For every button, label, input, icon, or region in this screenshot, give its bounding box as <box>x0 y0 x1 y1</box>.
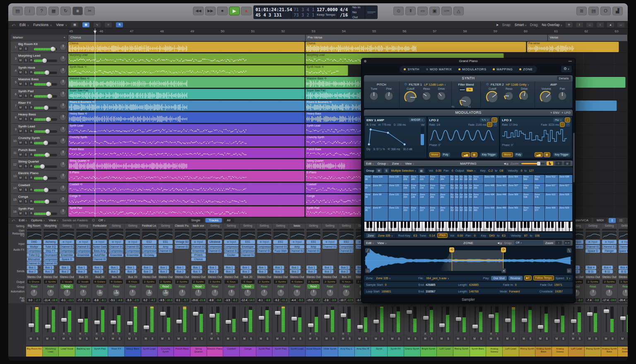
mute-button[interactable]: M <box>45 337 50 341</box>
send-knob[interactable] <box>334 266 337 269</box>
solo-button[interactable]: S <box>446 337 451 341</box>
group-slot[interactable]: 2: Synths <box>44 280 58 284</box>
pan-knob[interactable] <box>224 289 238 298</box>
lfo-ramp-icon[interactable]: ▃▅ <box>462 152 470 157</box>
mute-button[interactable]: M <box>94 337 99 341</box>
zone-cell[interactable]: Zone 155 <box>402 184 410 192</box>
mixer-view-tab-all[interactable]: All <box>224 218 234 223</box>
audio-fx-slot[interactable]: Channel EQ <box>175 245 189 249</box>
audio-fx-slot[interactable]: Compressor <box>76 249 91 253</box>
track-header-cowbell[interactable]: 14CowbellMSR <box>11 182 67 194</box>
mixer-menu-options[interactable]: Options <box>31 218 45 222</box>
solo-button[interactable]: S <box>314 337 320 341</box>
solo-button[interactable]: S <box>24 129 28 133</box>
track-volume-slider[interactable] <box>34 177 57 180</box>
add-env-button[interactable]: + ENV <box>550 111 559 114</box>
solo-button[interactable]: S <box>281 337 287 341</box>
fader-cap[interactable] <box>407 310 412 314</box>
fader-cap[interactable] <box>587 312 593 316</box>
fader-cap[interactable] <box>226 320 231 324</box>
fader-rail[interactable] <box>475 307 476 332</box>
send-knob[interactable] <box>235 266 238 269</box>
solo-button[interactable]: S <box>593 337 599 341</box>
input-slot[interactable]: ⊕ Input <box>619 240 628 244</box>
text-tool-icon[interactable]: I <box>576 22 583 27</box>
send-slot[interactable]: Bus 1 <box>109 266 120 269</box>
volume-slider-thumb[interactable] <box>45 70 49 75</box>
fader-cap[interactable] <box>127 321 132 325</box>
automation-mode[interactable]: Read <box>323 284 336 289</box>
plugin-close-icon[interactable] <box>364 60 366 62</box>
marker-chorus[interactable]: Chorus <box>68 35 306 41</box>
mute-button[interactable]: M <box>242 337 247 341</box>
solo-button[interactable]: S <box>24 164 28 168</box>
solo-button[interactable]: S <box>183 337 188 341</box>
zoom-h-icon[interactable]: ↔ <box>586 22 593 27</box>
zone-cell[interactable]: Zone 436 <box>484 184 495 192</box>
zone-menu-view[interactable]: View <box>377 241 387 245</box>
audio-fx-slot[interactable]: Noise Gate <box>93 245 107 249</box>
send-slot[interactable]: Bus 2 <box>76 270 87 273</box>
record-enable-button[interactable]: R <box>29 199 34 204</box>
zone-speaker-icon[interactable]: ◄))) <box>497 241 502 245</box>
zoom-fit-icon[interactable]: ⇤⇥ <box>564 241 571 245</box>
bar-ruler[interactable]: 4546474849505152535455565758596061626364 <box>68 29 628 34</box>
mute-button[interactable]: M <box>18 211 23 216</box>
loop-browser-icon[interactable]: ↻ <box>60 7 71 15</box>
automation-mode[interactable]: Read <box>94 284 106 289</box>
black-key[interactable] <box>442 222 444 228</box>
channel-setting-button[interactable]: Setting <box>241 223 255 228</box>
zone-cell[interactable]: Zone 319 <box>454 206 458 221</box>
key-trigger-button[interactable]: Key Trigger <box>553 153 570 157</box>
zone-cell[interactable]: Zone 323 <box>459 184 463 192</box>
add-lfo-button[interactable]: + LFO <box>561 111 571 114</box>
track-pan-knob[interactable] <box>60 208 66 215</box>
pan-knob-circle[interactable] <box>47 289 54 297</box>
eq-thumbnail[interactable] <box>142 232 157 239</box>
zoom-slider-icon[interactable]: ↔ <box>617 22 624 27</box>
zone-cell[interactable]: Zone 467 <box>496 184 507 192</box>
fader-rail[interactable] <box>556 307 558 332</box>
back-icon[interactable]: ⤺ <box>12 23 15 27</box>
zone-cell[interactable]: Zone 318 <box>454 193 458 206</box>
zone-menu-edit[interactable]: Edit <box>366 241 374 245</box>
automation-mode[interactable]: Read <box>619 284 628 289</box>
automation-mode[interactable]: Read <box>274 284 287 289</box>
send-slot[interactable]: Bus 1 <box>290 266 301 269</box>
metronome-icon[interactable]: △ <box>453 7 464 15</box>
send-slot[interactable]: Bus 1 <box>76 266 87 269</box>
automation-mode[interactable]: Read <box>77 284 90 289</box>
audio-fx-slot[interactable]: Tube EQ <box>27 253 41 257</box>
automation-mode[interactable]: Read <box>126 284 139 289</box>
eq-thumbnail[interactable] <box>76 232 91 239</box>
send-knob[interactable] <box>202 270 206 273</box>
send-knob[interactable] <box>580 266 583 269</box>
zone-cell[interactable]: Zone 218 <box>419 193 429 206</box>
zone-cell[interactable]: Zone 331 <box>463 206 467 221</box>
black-key[interactable] <box>513 222 516 228</box>
audio-fx-slot[interactable]: Ensemble <box>125 253 140 257</box>
send-knob[interactable] <box>235 270 238 273</box>
group-slot[interactable]: 2: Synths <box>258 280 271 284</box>
track-header-heavy-bass[interactable]: 8Heavy BassMSR <box>11 112 67 123</box>
knob-drive[interactable]: Drive <box>436 87 446 101</box>
eq-thumbnail[interactable] <box>109 232 123 239</box>
follow-tempo-icon[interactable]: ▶‖ <box>524 275 532 280</box>
pan-knob-circle[interactable] <box>211 289 219 297</box>
audio-fx-slot[interactable]: AutoFilter <box>93 253 107 257</box>
fader-rail[interactable] <box>524 307 525 332</box>
channel-setting-button[interactable]: Setting <box>60 223 74 228</box>
zone-cell[interactable]: Zone 612 <box>545 175 558 183</box>
mute-button[interactable]: M <box>18 188 23 192</box>
follow-tempo-button[interactable]: Follow Tempo <box>533 275 554 280</box>
region-pre-verse[interactable]: Pre-verse <box>527 42 619 52</box>
zone-cell[interactable]: Zone 241 <box>429 184 439 192</box>
lfo-wave-select[interactable]: ⊓⊔ <box>553 118 564 122</box>
fader-cap[interactable] <box>357 325 363 329</box>
send-knob[interactable] <box>202 266 206 269</box>
output-slot[interactable]: Bus 20 <box>125 275 140 280</box>
scroll-right-icon[interactable]: ▷ <box>567 268 571 273</box>
group-slot[interactable]: 1: Vocals <box>60 280 74 284</box>
region-punch-bass[interactable]: Punch Bass <box>68 148 305 158</box>
send-slot[interactable]: Bus 1 <box>60 266 70 269</box>
